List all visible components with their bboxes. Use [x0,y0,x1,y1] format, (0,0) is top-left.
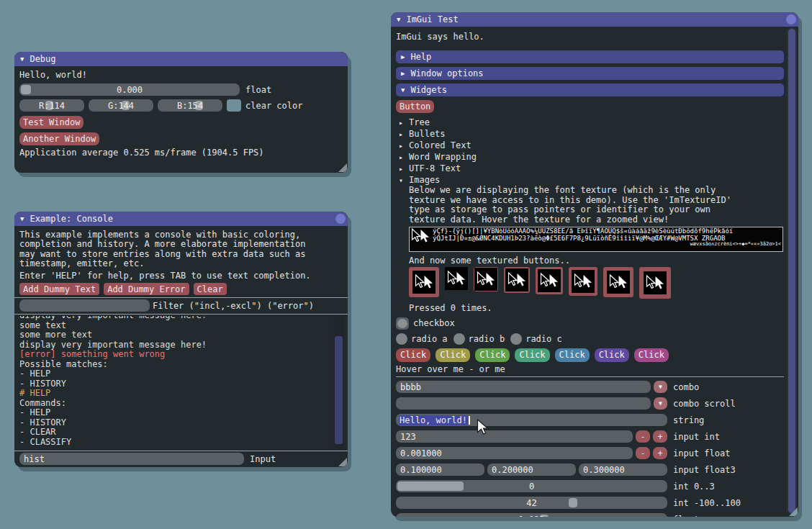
tree-open-icon: ▾ [399,176,405,184]
window-scrollbar[interactable] [787,27,797,515]
console-titlebar[interactable]: ▼ Example: Console [14,212,348,226]
radio-circle-icon [396,333,407,345]
increment-button[interactable]: + [653,430,667,443]
image-button-7[interactable] [603,267,633,297]
tree-item-word-wrapping[interactable]: ▸ Word Wrapping [396,151,784,163]
input-int-field[interactable]: 123 [396,430,633,443]
test-window-button[interactable]: Test Window [19,116,84,129]
combo-arrow-button[interactable]: ▼ [654,397,667,410]
radio-b-label: radio b [469,334,505,344]
filter-input[interactable] [19,299,150,312]
r-slider[interactable]: R:114 [19,99,84,112]
g-slider[interactable]: G:144 [89,99,153,112]
tree-item-bullets[interactable]: ▸ Bullets [396,128,784,140]
tree-item-label: Word Wrapping [409,152,477,162]
click-button-5[interactable]: Click [555,348,590,362]
image-button-5[interactable] [536,267,563,294]
console-command-input[interactable]: hist [19,453,244,465]
clear-color-swatch[interactable] [227,99,241,112]
resize-grip[interactable] [338,458,347,466]
int-slider[interactable]: 0 [396,480,667,492]
collapse-triangle-icon[interactable]: ▼ [20,55,24,63]
cursor-texture-icon [411,228,430,244]
radio-c[interactable]: radio c [510,333,562,345]
tree-closed-icon: ▸ [399,119,405,127]
int2-slider[interactable]: 42 [396,497,667,509]
click-button-2[interactable]: Click [436,348,470,362]
combo-scroll-select[interactable] [396,397,651,410]
checkbox[interactable] [396,317,409,330]
separator [14,314,348,315]
button-widget[interactable]: Button [396,100,434,113]
float-slider[interactable]: 0.000 [19,83,240,96]
input-float3-x[interactable]: 0.100000 [396,464,484,476]
tree-closed-icon: ▸ [399,142,405,150]
tree-item-label: Tree [409,117,430,127]
cursor-texture-icon [508,272,526,288]
add-dummy-error-button[interactable]: Add Dummy Error [104,283,189,295]
input-int-label: input int [673,432,720,442]
combo-arrow-button[interactable]: ▼ [654,381,667,393]
click-button-4[interactable]: Click [515,348,549,362]
input-float3-y[interactable]: 0.200000 [487,464,576,476]
input-float-field[interactable]: 0.001000 [396,447,633,459]
tree-item-utf8-text[interactable]: ▸ UTF-8 Text [396,163,784,174]
image-button-4[interactable] [504,267,530,293]
tree-item-colored-text[interactable]: ▸ Colored Text [396,140,784,151]
font-texture-image[interactable]: ýÇf}-{ÿj()[]|¥ÝBÑòÙõóÂÄÀÖ%¼ÙÚŽŠ8ÉÊ/å ÈÞî… [409,227,783,252]
tree-item-tree[interactable]: ▸ Tree [396,117,784,128]
image-button-6[interactable] [569,267,597,296]
hover-over-me-text[interactable]: Hover over me - or me [396,365,784,374]
combo-scroll-label: combo scroll [673,399,736,409]
log-line: - CLASSIFY [19,438,343,448]
float-slider-label: float [673,515,699,517]
image-button-2[interactable] [445,267,468,290]
decrement-button[interactable]: - [636,430,650,443]
add-dummy-text-button[interactable]: Add Dummy Text [19,283,99,295]
collapse-triangle-icon[interactable]: ▼ [20,215,24,222]
slider-float-row: 1.123 float [396,513,784,517]
clear-button[interactable]: Clear [194,283,227,295]
cursor-texture-icon [646,275,664,291]
resize-grip[interactable] [338,163,347,172]
debug-titlebar[interactable]: ▼ Debug [14,52,348,66]
click-button-6[interactable]: Click [595,348,629,362]
log-scrollbar[interactable] [333,316,344,448]
header-window-options[interactable]: ▶ Window options [396,67,784,80]
increment-button[interactable]: + [653,447,667,459]
separator [14,451,348,451]
resize-grip[interactable] [789,507,798,516]
header-window-options-label: Window options [410,68,483,78]
tree-item-images[interactable]: ▾ Images [396,174,784,186]
float-slider[interactable]: 1.123 [396,513,667,517]
log-scrollbar-thumb[interactable] [335,336,343,444]
header-widgets[interactable]: ▼ Widgets [396,83,784,96]
click-button-1[interactable]: Click [396,348,430,362]
collapse-circle-button[interactable] [335,214,346,224]
click-button-7[interactable]: Click [634,348,669,362]
decrement-button[interactable]: - [636,447,650,459]
console-log-area[interactable]: display very important message here! som… [14,316,348,448]
combo-label: combo [673,382,699,392]
b-slider[interactable]: B:154 [158,99,222,112]
rgb-row: R:114 G:144 B:154 clear color [19,99,343,112]
radio-a[interactable]: radio a [396,333,448,345]
another-window-button[interactable]: Another Window [19,132,99,145]
slider-int-row: 0 int 0..3 [396,480,784,492]
input-float3-z[interactable]: 0.300000 [579,464,667,476]
image-button-1[interactable] [409,267,439,297]
collapse-circle-button[interactable] [786,14,796,24]
image-button-3[interactable] [474,267,498,291]
textured-buttons-text: And now some textured buttons.. [409,256,784,266]
console-window: ▼ Example: Console This example implemen… [14,212,348,467]
header-help[interactable]: ▶ Help [396,50,784,63]
click-button-3[interactable]: Click [475,348,510,362]
radio-b[interactable]: radio b [454,333,505,345]
image-button-8[interactable] [639,267,671,299]
combo-select[interactable]: bbbb [396,381,651,393]
collapse-triangle-icon[interactable]: ▼ [397,16,400,23]
input-float3-z-value: 0.300000 [579,465,625,475]
window-scrollbar-thumb[interactable] [788,29,795,513]
imgui-test-titlebar[interactable]: ▼ ImGui Test [391,12,798,27]
string-input[interactable]: Hello, world! [396,414,667,426]
